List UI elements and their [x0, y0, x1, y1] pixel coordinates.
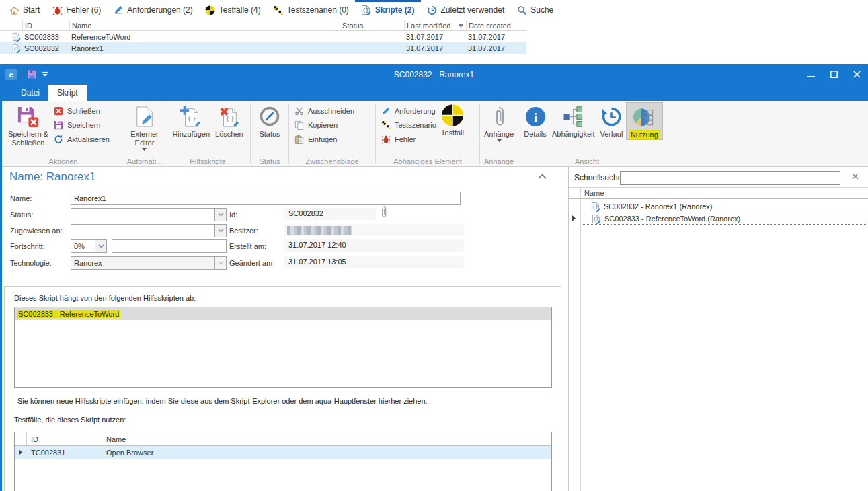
quick-access-toolbar: c	[0, 69, 48, 80]
test-case-button[interactable]: Testfall	[438, 102, 467, 137]
tab-skript[interactable]: Skript	[48, 85, 87, 101]
search-results-header[interactable]: Name	[569, 187, 868, 199]
usage-table: ID Name TC002831 Open Browser	[14, 432, 552, 491]
header-id[interactable]: ID	[27, 432, 102, 445]
copy-button[interactable]: Kopieren	[292, 119, 356, 131]
test-scenario-button[interactable]: Testszenario	[379, 119, 438, 131]
attachment-paperclip-icon[interactable]	[380, 206, 387, 218]
status-label: Status:	[10, 211, 33, 219]
table-row[interactable]: {} SC002833 ReferenceToWord 31.07.2017 3…	[0, 31, 526, 42]
tab-datei[interactable]: Datei	[12, 85, 48, 101]
usage-icon	[633, 105, 656, 129]
qat-customize-dropdown-icon[interactable]	[42, 71, 48, 77]
cell-name: ReferenceToWord	[69, 33, 340, 41]
test-case-label: Testfall	[441, 128, 464, 137]
attachments-button[interactable]: Anhänge	[481, 102, 516, 142]
svg-text:{}: {}	[13, 34, 19, 40]
progress-text-input[interactable]	[112, 239, 227, 253]
close-window-button[interactable]	[845, 64, 868, 85]
name-input[interactable]	[71, 192, 461, 205]
owner-value-redacted	[287, 226, 352, 235]
helper-script-item-label: SC002833 - ReferenceToWord	[17, 310, 120, 318]
group-label-ansicht: Ansicht	[520, 157, 654, 165]
header-name[interactable]: Name	[69, 20, 340, 30]
assigned-dropdown[interactable]	[71, 224, 227, 237]
defect-button[interactable]: Fehler	[379, 133, 438, 145]
tab-suche[interactable]: Suche	[510, 0, 559, 18]
status-dropdown[interactable]	[71, 208, 227, 221]
page-title: Name: Ranorex1	[9, 170, 96, 184]
info-icon: i	[524, 104, 547, 128]
app-logo[interactable]: c	[5, 69, 17, 80]
test-scenario-label: Testszenario	[395, 121, 436, 129]
window-controls	[799, 64, 868, 85]
usage-button[interactable]: Nutzung	[626, 102, 663, 140]
qat-save-icon[interactable]	[27, 69, 37, 79]
tab-start[interactable]: Start	[3, 0, 46, 18]
tab-anforderungen[interactable]: Anforderungen (2)	[107, 0, 198, 18]
main-window-background: Start Fehler (6) Anforderungen (2) Testf…	[0, 0, 868, 64]
owner-label: Besitzer:	[229, 227, 258, 235]
table-row-selected[interactable]: {} SC002832 Ranorex1 31.07.2017 31.07.20…	[0, 42, 526, 54]
list-item[interactable]: SC002833 - ReferenceToWord	[15, 307, 551, 320]
external-editor-button[interactable]: Externer Editor	[128, 102, 161, 151]
requirement-button[interactable]: Anforderung	[379, 105, 438, 117]
dropdown-arrow-icon	[142, 148, 147, 151]
list-item-label: SC002833 - ReferenceToWord (Ranorex)	[604, 215, 740, 223]
script-icon: {}	[591, 202, 600, 212]
save-and-close-button[interactable]: Speichern & Schließen	[5, 102, 51, 147]
group-label-abhaengiges-element: Abhängiges Element	[377, 157, 478, 165]
delete-helper-script-button[interactable]: {} Löschen	[212, 102, 246, 139]
testscenario-icon	[273, 5, 284, 15]
cut-button[interactable]: Ausschneiden	[292, 105, 356, 117]
cut-label: Ausschneiden	[308, 107, 354, 115]
quick-search-input[interactable]	[620, 171, 840, 185]
header-last-modified[interactable]: Last modified	[404, 20, 466, 30]
tab-testfaelle[interactable]: Testfälle (4)	[199, 0, 267, 18]
history-button[interactable]: Verlauf	[598, 102, 626, 139]
close-button[interactable]: Schließen	[51, 105, 112, 117]
header-status[interactable]: Status	[340, 20, 404, 30]
progress-label: Fortschritt:	[10, 242, 45, 250]
ribbon-group-zwischenablage: Ausschneiden Kopieren Einfügen Zwischena…	[290, 101, 374, 166]
svg-text:{}: {}	[188, 114, 197, 123]
home-icon	[9, 5, 19, 15]
cell-last-modified: 31.07.2017	[404, 44, 466, 52]
minimize-button[interactable]	[799, 64, 822, 85]
dependency-button[interactable]: Abhängigkeit	[549, 102, 598, 139]
bug-icon	[52, 5, 63, 15]
maximize-button[interactable]	[822, 64, 845, 85]
chevron-down-icon	[214, 209, 226, 221]
add-helper-script-button[interactable]: {} Hinzufügen	[169, 102, 212, 139]
id-value: SC002832	[284, 208, 376, 220]
tab-fehler[interactable]: Fehler (6)	[46, 0, 107, 18]
header-id[interactable]: ID	[22, 20, 69, 30]
window-titlebar[interactable]: c SC002832 - Ranorex1	[0, 64, 868, 85]
collapse-section-icon[interactable]	[538, 174, 547, 179]
refresh-button[interactable]: Aktualisieren	[51, 133, 112, 145]
svg-text:{}: {}	[363, 7, 369, 13]
list-item-focused[interactable]: {} SC002833 - ReferenceToWord (Ranorex)	[582, 213, 867, 225]
table-row-selected[interactable]: TC002831 Open Browser	[15, 446, 551, 459]
helper-scripts-listbox[interactable]: SC002833 - ReferenceToWord	[14, 307, 552, 388]
details-button[interactable]: i Details	[521, 102, 549, 139]
status-button[interactable]: Status	[255, 102, 284, 139]
paste-button[interactable]: Einfügen	[292, 133, 356, 145]
pencil-icon	[113, 5, 124, 15]
tab-skripte[interactable]: {} Skripte (2)	[355, 0, 421, 18]
cell-name: Open Browser	[102, 446, 551, 459]
chevron-down-icon	[214, 225, 226, 237]
header-date-created[interactable]: Date created	[466, 20, 526, 30]
save-button[interactable]: Speichern	[51, 119, 112, 131]
tab-zuletzt-verwendet[interactable]: Zuletzt verwendet	[421, 0, 511, 18]
group-label-hilfsskripte: Hilfsskripte	[167, 157, 249, 165]
tab-testszenarien[interactable]: Testszenarien (0)	[267, 0, 355, 18]
results-table-header: ID Name Status Last modified Date create…	[0, 20, 526, 31]
progress-dropdown[interactable]: 0%	[71, 239, 107, 253]
detail-form-pane: Name: Ranorex1 Name: Status: Id: SC00283…	[0, 167, 568, 491]
clear-search-icon[interactable]	[852, 173, 859, 180]
ribbon-separator	[518, 104, 518, 163]
list-item[interactable]: {} SC002832 - Ranorex1 (Ranorex)	[582, 200, 867, 213]
header-name[interactable]: Name	[102, 432, 551, 445]
header-indicator-column	[15, 432, 27, 445]
